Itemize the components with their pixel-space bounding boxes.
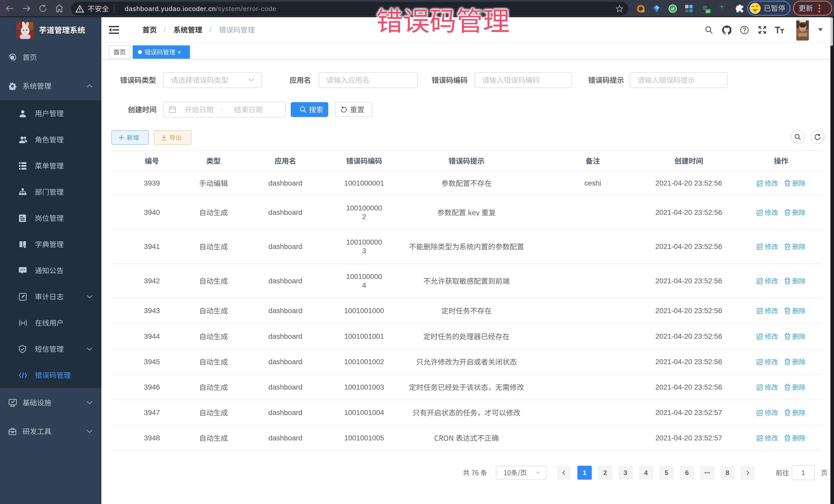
- svg-text:on: on: [706, 9, 709, 13]
